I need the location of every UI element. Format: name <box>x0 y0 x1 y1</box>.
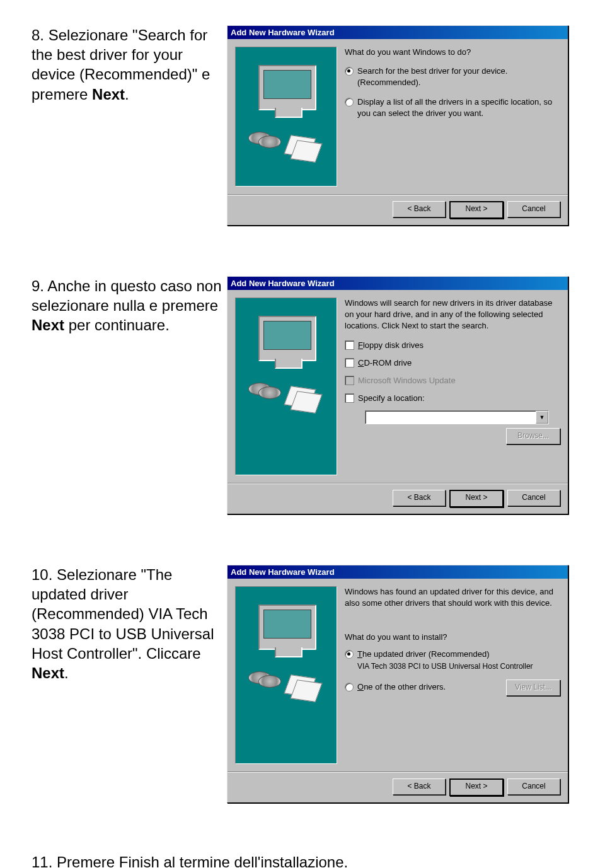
radio-label: Display a list of all the drivers in a s… <box>357 96 560 119</box>
next-button[interactable]: Next > <box>449 490 504 507</box>
checkbox-icon <box>345 358 354 367</box>
checkbox-icon <box>345 376 354 385</box>
wizard-side-graphic <box>235 586 337 764</box>
radio-label: he updated driver (Recommended) <box>362 649 490 659</box>
check-specify-location[interactable]: Specify a location: <box>345 393 560 404</box>
button-bar: < Back Next > Cancel <box>228 772 568 802</box>
wizard-title: Add New Hardware Wizard <box>228 277 568 290</box>
step-11: 11. Premere Finish al termine dell'insta… <box>32 854 573 868</box>
monitor-icon <box>258 65 316 110</box>
bold-next: Next <box>92 86 125 103</box>
check-floppy[interactable]: Floppy disk drives <box>345 340 560 351</box>
step-num: 9. <box>32 277 44 294</box>
check-label: D-ROM drive <box>364 358 412 367</box>
check-cdrom[interactable]: CD-ROM drive <box>345 357 560 369</box>
wizard-side-graphic <box>235 298 337 475</box>
radio-icon <box>345 67 354 76</box>
wizard-2: Add New Hardware Wizard Windows will sea… <box>227 276 568 514</box>
wizard-content: Windows has found an updated driver for … <box>345 586 560 764</box>
radio-icon <box>345 650 354 659</box>
step-8-text: 8. Selezionare "Search for the best driv… <box>32 25 227 104</box>
cancel-button[interactable]: Cancel <box>507 201 560 217</box>
wizard-body: Windows will search for new drivers in i… <box>228 290 568 483</box>
radio-best-driver[interactable]: Search for the best driver for your devi… <box>345 66 560 88</box>
checkbox-icon <box>345 393 354 403</box>
step-body: Anche in questo caso non selezionare nul… <box>32 277 222 314</box>
wizard-side-graphic <box>235 47 337 187</box>
bold-next: Next <box>32 664 64 681</box>
radio-label: ne of the other drivers. <box>364 682 446 692</box>
discs-icon <box>248 132 281 149</box>
step-num: 10. <box>32 566 52 583</box>
radio-label2: (Recommended). <box>357 77 507 88</box>
wizard-body: What do you want Windows to do? Search f… <box>228 39 568 194</box>
step-10: 10. Selezionare "The updated driver (Rec… <box>32 565 573 803</box>
monitor-icon <box>258 316 316 361</box>
step-8: 8. Selezionare "Search for the best driv… <box>32 25 573 226</box>
floppies-icon <box>287 676 325 702</box>
check-label: loppy disk drives <box>363 340 424 350</box>
radio-display-list[interactable]: Display a list of all the drivers in a s… <box>345 96 560 119</box>
step-after: al termine dell'installazione. <box>159 854 348 868</box>
radio-icon <box>345 98 354 107</box>
bold-finish: Finish <box>119 854 159 868</box>
radio-other-driver[interactable]: One of the other drivers. <box>345 681 446 693</box>
bold-next: Next <box>32 316 64 333</box>
wizard-content: What do you want Windows to do? Search f… <box>345 47 560 187</box>
cancel-button[interactable]: Cancel <box>507 778 560 795</box>
viewlist-button: View List... <box>506 680 560 696</box>
step-body: Selezionare "The updated driver (Recomme… <box>32 566 214 662</box>
question-text: What do you want to install? <box>345 632 560 643</box>
radio-icon <box>345 683 354 692</box>
wizard-3: Add New Hardware Wizard Windows has foun… <box>227 565 568 803</box>
wizard-content: Windows will search for new drivers in i… <box>345 298 560 475</box>
back-button[interactable]: < Back <box>393 201 446 217</box>
wizard-1: Add New Hardware Wizard What do you want… <box>227 25 568 226</box>
button-bar: < Back Next > Cancel <box>228 194 568 225</box>
radio-label: Search for the best driver for your devi… <box>357 66 507 77</box>
monitor-icon <box>258 605 316 650</box>
radio-updated-driver[interactable]: The updated driver (Recommended) VIA Tec… <box>345 649 560 672</box>
check-label: Specify a location: <box>358 393 425 404</box>
step-9-text: 9. Anche in questo caso non selezionare … <box>32 276 227 335</box>
location-row: Browse... <box>365 410 560 444</box>
next-button[interactable]: Next > <box>449 778 504 796</box>
step-after: . <box>64 664 69 681</box>
driver-name: VIA Tech 3038 PCI to USB Universal Host … <box>357 661 533 672</box>
step-num: 11. <box>32 854 52 868</box>
button-bar: < Back Next > Cancel <box>228 483 568 514</box>
intro-text: Windows has found an updated driver for … <box>345 586 560 609</box>
check-label: Microsoft Windows Update <box>358 375 456 386</box>
discs-icon <box>248 383 281 400</box>
floppies-icon <box>287 137 325 162</box>
next-button[interactable]: Next > <box>449 201 504 219</box>
step-after: . <box>125 86 129 103</box>
back-button[interactable]: < Back <box>393 778 446 795</box>
floppies-icon <box>287 388 325 413</box>
back-button[interactable]: < Back <box>393 490 446 506</box>
discs-icon <box>248 671 281 689</box>
wizard-body: Windows has found an updated driver for … <box>228 579 568 772</box>
browse-button: Browse... <box>506 428 560 444</box>
wizard-title: Add New Hardware Wizard <box>228 26 568 39</box>
checkbox-icon <box>345 340 354 350</box>
location-input[interactable] <box>365 410 549 424</box>
step-body: Premere <box>57 854 119 868</box>
step-num: 8. <box>32 26 44 43</box>
step-9: 9. Anche in questo caso non selezionare … <box>32 276 573 514</box>
intro-text: Windows will search for new drivers in i… <box>345 298 560 332</box>
step-after: per continuare. <box>64 316 170 333</box>
cancel-button[interactable]: Cancel <box>507 490 560 506</box>
check-windows-update: Microsoft Windows Update <box>345 375 560 386</box>
question-text: What do you want Windows to do? <box>345 47 560 58</box>
step-10-text: 10. Selezionare "The updated driver (Rec… <box>32 565 227 683</box>
wizard-title: Add New Hardware Wizard <box>228 565 568 579</box>
